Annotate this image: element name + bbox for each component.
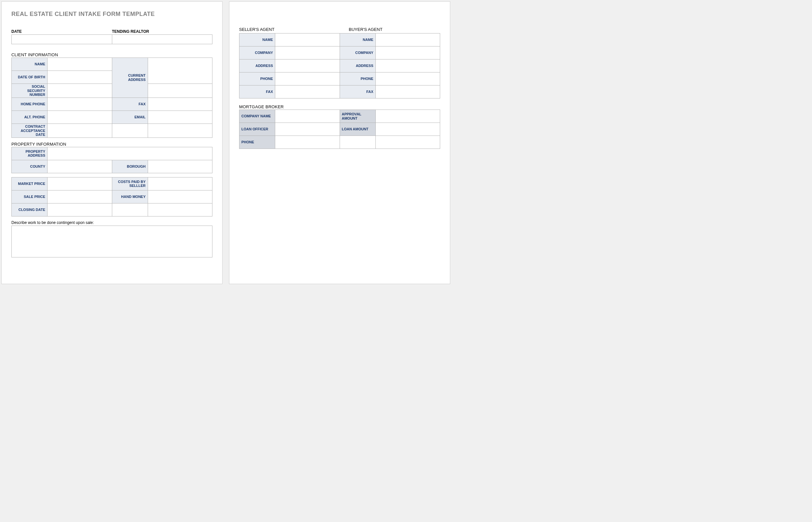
seller-name-input[interactable]: [275, 34, 340, 46]
ssn-input[interactable]: [47, 84, 112, 98]
county-input[interactable]: [47, 160, 112, 173]
buyer-name-label: NAME: [340, 34, 375, 46]
date-label: DATE: [12, 29, 112, 34]
broker-company-input[interactable]: [275, 110, 340, 123]
loan-officer-label: LOAN OFFICER: [239, 123, 275, 136]
county-label: COUNTY: [12, 160, 47, 173]
sale-price-input[interactable]: [47, 190, 112, 203]
property-address-table: PROPERTY ADDRESS COUNTY BOROUGH: [12, 147, 212, 173]
home-phone-input[interactable]: [47, 98, 112, 111]
ssn-label: SOCIAL SECURITY NUMBER: [12, 84, 47, 98]
seller-name-label: NAME: [239, 34, 275, 46]
property-price-table: MARKET PRICE COSTS PAID BY SELLLER SALE …: [12, 177, 212, 217]
buyer-company-label: COMPANY: [340, 46, 375, 59]
property-address-label: PROPERTY ADDRESS: [12, 147, 47, 160]
hand-money-label: HAND MONEY: [112, 190, 148, 203]
fax-input[interactable]: [148, 98, 212, 111]
borough-input[interactable]: [148, 160, 212, 173]
mortgage-broker-heading: MORTGAGE BROKER: [239, 104, 440, 109]
fax-label: FAX: [112, 98, 148, 111]
alt-phone-input[interactable]: [47, 111, 112, 123]
email-input[interactable]: [148, 111, 212, 123]
costs-paid-input[interactable]: [148, 177, 212, 190]
seller-phone-input[interactable]: [275, 73, 340, 85]
seller-company-input[interactable]: [275, 46, 340, 59]
tending-realtor-input[interactable]: [112, 35, 212, 44]
borough-label: BOROUGH: [112, 160, 148, 173]
client-info-table: NAME CURRENT ADDRESS DATE OF BIRTH SOCIA…: [12, 58, 212, 138]
buyer-name-input[interactable]: [375, 34, 440, 46]
market-price-label: MARKET PRICE: [12, 177, 47, 190]
property-address-input[interactable]: [47, 147, 212, 160]
page-1: REAL ESTATE CLIENT INTAKE FORM TEMPLATE …: [1, 1, 223, 284]
buyer-phone-label: PHONE: [340, 73, 375, 85]
market-price-input[interactable]: [47, 177, 112, 190]
sale-price-label: SALE PRICE: [12, 190, 47, 203]
page-2: SELLER'S AGENT BUYER'S AGENT NAME NAME C…: [229, 1, 450, 284]
agents-table: NAME NAME COMPANY COMPANY ADDRESS ADDRES…: [239, 33, 440, 99]
loan-amount-input[interactable]: [375, 123, 440, 136]
header-row: DATE TENDING REALTOR: [12, 29, 212, 44]
seller-address-input[interactable]: [275, 59, 340, 73]
approval-amount-label: APPROVAL AMOUNT: [340, 110, 375, 123]
describe-work-input[interactable]: [12, 225, 212, 257]
client-info-heading: CLIENT INFORMATION: [12, 52, 212, 57]
name-label: NAME: [12, 58, 47, 71]
home-phone-label: HOME PHONE: [12, 98, 47, 111]
seller-fax-input[interactable]: [275, 85, 340, 99]
seller-phone-label: PHONE: [239, 73, 275, 85]
broker-phone-label: PHONE: [239, 136, 275, 149]
current-address-input-2[interactable]: [148, 84, 212, 98]
costs-paid-label: COSTS PAID BY SELLLER: [112, 177, 148, 190]
property-info-heading: PROPERTY INFORMATION: [12, 142, 212, 146]
describe-work-label: Describe work to be done contingent upon…: [12, 220, 212, 225]
current-address-input-1[interactable]: [148, 58, 212, 84]
form-title: REAL ESTATE CLIENT INTAKE FORM TEMPLATE: [12, 11, 212, 18]
broker-phone-input[interactable]: [275, 136, 340, 149]
seller-address-label: ADDRESS: [239, 59, 275, 73]
contract-date-input[interactable]: [47, 123, 112, 138]
email-label: EMAIL: [112, 111, 148, 123]
approval-amount-input[interactable]: [375, 110, 440, 123]
date-input[interactable]: [12, 35, 112, 44]
closing-date-input[interactable]: [47, 203, 112, 216]
loan-officer-input[interactable]: [275, 123, 340, 136]
contract-date-label: CONTRACT ACCEPTANCE DATE: [12, 123, 47, 138]
buyer-company-input[interactable]: [375, 46, 440, 59]
seller-company-label: COMPANY: [239, 46, 275, 59]
agent-headings: SELLER'S AGENT BUYER'S AGENT: [239, 27, 440, 32]
alt-phone-label: ALT. PHONE: [12, 111, 47, 123]
sellers-agent-heading: SELLER'S AGENT: [239, 27, 340, 32]
seller-fax-label: FAX: [239, 85, 275, 99]
buyer-address-input[interactable]: [375, 59, 440, 73]
current-address-label: CURRENT ADDRESS: [112, 58, 148, 98]
name-input[interactable]: [47, 58, 112, 71]
dob-input[interactable]: [47, 71, 112, 84]
closing-date-label: CLOSING DATE: [12, 203, 47, 216]
buyer-fax-label: FAX: [340, 85, 375, 99]
buyer-fax-input[interactable]: [375, 85, 440, 99]
buyer-phone-input[interactable]: [375, 73, 440, 85]
broker-company-label: COMPANY NAME: [239, 110, 275, 123]
dob-label: DATE OF BIRTH: [12, 71, 47, 84]
buyers-agent-heading: BUYER'S AGENT: [340, 27, 440, 32]
hand-money-input[interactable]: [148, 190, 212, 203]
loan-amount-label: LOAN AMOUNT: [340, 123, 375, 136]
buyer-address-label: ADDRESS: [340, 59, 375, 73]
mortgage-broker-table: COMPANY NAME APPROVAL AMOUNT LOAN OFFICE…: [239, 109, 440, 149]
tending-realtor-label: TENDING REALTOR: [112, 29, 212, 34]
